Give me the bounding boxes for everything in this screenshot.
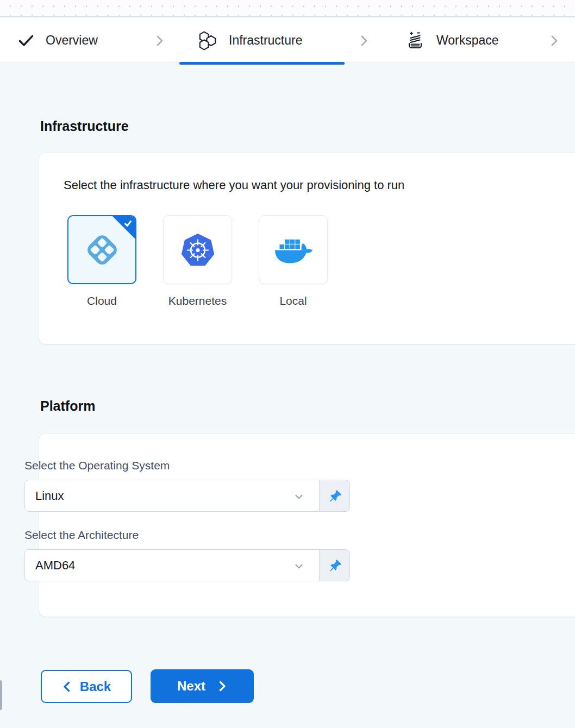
kubernetes-icon — [180, 232, 216, 268]
back-button[interactable]: Back — [41, 670, 132, 703]
chevron-right-icon — [217, 680, 227, 692]
os-select-row: Linux — [24, 480, 350, 512]
active-step-underline — [179, 62, 345, 65]
scrollbar-thumb[interactable] — [0, 680, 2, 710]
chevron-right-separator-icon — [548, 18, 561, 63]
architecture-select-label: Select the Architecture — [24, 529, 139, 542]
infrastructure-panel: Select the infrastructure where you want… — [39, 153, 575, 344]
infra-option-label-local: Local — [279, 294, 307, 307]
os-select[interactable]: Linux — [24, 480, 320, 512]
step-tab-infrastructure[interactable]: Infrastructure — [198, 18, 303, 63]
back-button-label: Back — [80, 679, 111, 694]
next-button-label: Next — [177, 679, 205, 694]
chevron-right-separator-icon — [153, 18, 166, 63]
dotted-pattern-strip — [0, 0, 575, 17]
architecture-select[interactable]: AMD64 — [24, 549, 320, 581]
infrastructure-options: Cloud — [67, 215, 328, 307]
infra-option-kubernetes[interactable] — [163, 215, 232, 284]
hexagons-icon — [198, 31, 217, 51]
infra-option-label-cloud: Cloud — [87, 294, 117, 307]
docker-icon — [272, 233, 315, 267]
check-icon — [18, 33, 34, 49]
infrastructure-section-heading: Infrastructure — [40, 118, 129, 134]
infra-option-local[interactable] — [259, 215, 328, 284]
selected-check-icon — [122, 218, 134, 230]
os-select-value: Linux — [35, 489, 64, 503]
platform-section-heading: Platform — [40, 398, 95, 414]
pushpin-icon — [328, 558, 342, 573]
step-label-infrastructure: Infrastructure — [229, 33, 303, 48]
architecture-select-value: AMD64 — [35, 558, 75, 573]
chevron-right-separator-icon — [358, 18, 371, 63]
infra-option-label-kubernetes: Kubernetes — [168, 294, 227, 307]
wizard-step-navbar: Overview Infrastructure — [0, 18, 575, 63]
os-pin-button[interactable] — [320, 480, 350, 512]
next-button[interactable]: Next — [151, 669, 254, 703]
chevron-down-icon — [293, 560, 305, 572]
step-label-workspace: Workspace — [436, 33, 499, 48]
cloud-provider-icon — [81, 229, 123, 271]
step-label-overview: Overview — [46, 33, 98, 48]
os-select-label: Select the Operating System — [24, 459, 170, 472]
step-tab-workspace[interactable]: Workspace — [405, 18, 499, 63]
architecture-select-row: AMD64 — [24, 549, 350, 581]
infra-option-cloud[interactable] — [67, 215, 136, 284]
chevron-down-icon — [293, 491, 305, 503]
infrastructure-prompt: Select the infrastructure where you want… — [64, 178, 404, 192]
pushpin-icon — [328, 489, 342, 503]
chevron-left-icon — [62, 681, 72, 693]
step-tab-overview[interactable]: Overview — [18, 18, 98, 63]
architecture-pin-button[interactable] — [320, 549, 350, 581]
layers-icon — [405, 31, 425, 51]
